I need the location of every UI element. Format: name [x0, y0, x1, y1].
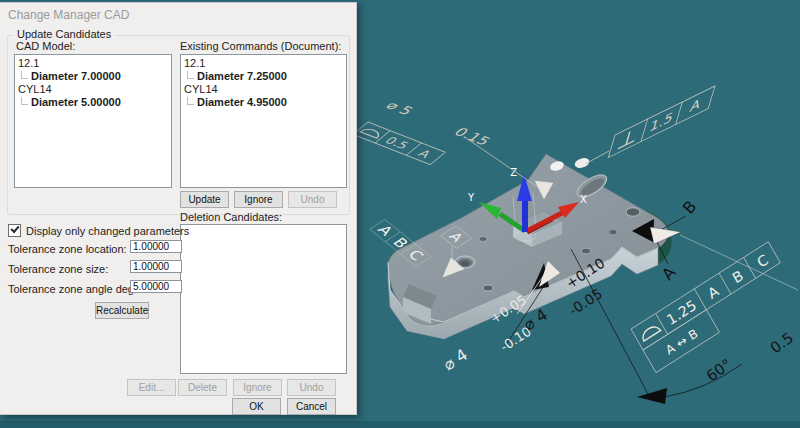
footer-undo-button[interactable]: Undo: [287, 379, 336, 396]
cad-model-list[interactable]: 12.1 Diameter7.00000 CYL14 Diameter5.000…: [14, 54, 172, 188]
checkbox-check-icon[interactable]: [8, 224, 21, 237]
list-item: Diameter7.00000: [18, 70, 168, 83]
ignore-button[interactable]: Ignore: [234, 191, 283, 208]
display-only-changed-checkbox[interactable]: Display only changed parameters: [8, 224, 189, 237]
list-item: 12.1: [18, 57, 168, 70]
list-item: Diameter7.25000: [184, 70, 343, 83]
list-item: CYL14: [184, 83, 343, 96]
list-item: CYL14: [18, 83, 168, 96]
list-item: Diameter5.00000: [18, 96, 168, 109]
group-label: Update Candidates: [14, 28, 114, 40]
ok-button[interactable]: OK: [232, 398, 281, 415]
existing-commands-list[interactable]: 12.1 Diameter7.25000 CYL14 Diameter4.950…: [180, 54, 347, 188]
recalculate-button[interactable]: Recalculate: [95, 302, 149, 319]
cancel-button[interactable]: Cancel: [287, 398, 336, 415]
dialog-title: Change Manager CAD: [8, 8, 129, 22]
viewport-bottom-strip: [0, 421, 800, 428]
deletion-candidates-list[interactable]: [180, 224, 347, 374]
tolerance-size-label: Tolerance zone size:: [8, 263, 108, 275]
list-item: Diameter4.95000: [184, 96, 343, 109]
footer-ignore-button[interactable]: Ignore: [233, 379, 282, 396]
delete-button[interactable]: Delete: [178, 379, 227, 396]
change-manager-dialog: Change Manager CAD Update Candidates CAD…: [0, 2, 357, 415]
edit-button[interactable]: Edit...: [127, 379, 176, 396]
y-axis-label: Y: [467, 192, 475, 203]
tolerance-size-input[interactable]: [130, 260, 182, 273]
existing-commands-label: Existing Commands (Document):: [180, 40, 341, 52]
checkbox-label: Display only changed parameters: [26, 225, 189, 237]
undo-button[interactable]: Undo: [288, 191, 337, 208]
deletion-candidates-label: Deletion Candidates:: [180, 211, 282, 223]
list-item: 12.1: [184, 57, 343, 70]
cad-model-label: CAD Model:: [16, 40, 75, 52]
tolerance-location-label: Tolerance zone location:: [8, 243, 127, 255]
tolerance-location-input[interactable]: [130, 240, 182, 253]
update-button[interactable]: Update: [180, 191, 229, 208]
tolerance-angle-input[interactable]: [130, 280, 182, 293]
x-axis-label: X: [580, 194, 587, 205]
